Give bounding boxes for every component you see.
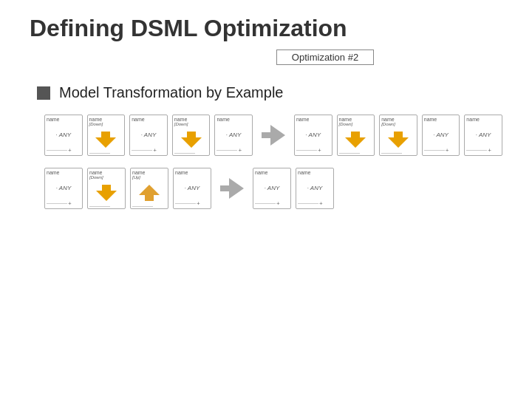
top-rhs-card-3: name [Down] bbox=[379, 115, 417, 156]
bot-lhs-card-3: name [Up] bbox=[130, 168, 168, 209]
card-center bbox=[174, 126, 208, 153]
any-label: · ANY bbox=[307, 185, 323, 191]
top-rhs-card-4: name · ANY + bbox=[422, 115, 460, 156]
page-title: Defining DSML Optimization bbox=[30, 15, 502, 42]
card-bottom bbox=[132, 206, 166, 208]
card-bottom: + bbox=[296, 147, 330, 154]
card-line bbox=[47, 150, 67, 151]
card-line bbox=[381, 153, 402, 154]
any-label: · ANY bbox=[55, 132, 71, 138]
plus-icon: + bbox=[238, 147, 242, 154]
card-bottom: + bbox=[47, 200, 81, 207]
card-name: name bbox=[89, 170, 123, 175]
bot-lhs-card-1: name · ANY + bbox=[44, 168, 83, 209]
card-name: name bbox=[381, 117, 415, 122]
card-line bbox=[89, 153, 110, 154]
any-label: · ANY bbox=[305, 132, 321, 138]
plus-icon: + bbox=[319, 200, 323, 207]
card-name: name bbox=[175, 170, 209, 175]
top-rhs-card-2: name [Down] bbox=[337, 115, 375, 156]
card-center: · ANY bbox=[296, 122, 330, 147]
card-center: · ANY bbox=[255, 175, 289, 200]
any-label: · ANY bbox=[56, 185, 72, 191]
card-center: · ANY bbox=[424, 122, 458, 147]
arrow-shaft bbox=[351, 132, 360, 137]
card-center: · ANY bbox=[47, 122, 81, 147]
card-bottom bbox=[89, 206, 123, 208]
card-bottom bbox=[381, 153, 415, 154]
arrow-head bbox=[139, 185, 160, 195]
card-name: name bbox=[296, 117, 330, 122]
any-label: · ANY bbox=[433, 132, 449, 138]
card-bottom: + bbox=[175, 200, 209, 207]
down-arrow-icon bbox=[181, 132, 202, 148]
card-line bbox=[47, 203, 67, 205]
card-bottom bbox=[89, 153, 123, 154]
up-arrow-icon bbox=[139, 185, 160, 201]
plus-icon: + bbox=[197, 200, 200, 207]
card-bottom: + bbox=[47, 147, 81, 154]
card-bottom: + bbox=[298, 200, 332, 207]
card-bottom bbox=[174, 153, 208, 154]
optimization-label: Optimization #2 bbox=[276, 50, 374, 65]
arrow-shaft bbox=[145, 195, 154, 201]
card-center: · ANY bbox=[466, 122, 500, 147]
page: Defining DSML Optimization Optimization … bbox=[0, 0, 532, 399]
card-center bbox=[381, 126, 415, 153]
card-bottom: + bbox=[255, 200, 289, 207]
card-line bbox=[298, 203, 318, 205]
card-center: · ANY bbox=[175, 175, 209, 200]
plus-icon: + bbox=[318, 147, 321, 154]
card-name: name bbox=[466, 117, 500, 122]
card-center: · ANY bbox=[216, 122, 250, 147]
plus-icon: + bbox=[68, 147, 72, 154]
arrow-head bbox=[270, 125, 285, 146]
card-name: name bbox=[174, 117, 208, 122]
card-line bbox=[424, 150, 445, 151]
arrow-body bbox=[262, 132, 270, 138]
card-name: name bbox=[132, 170, 166, 175]
down-arrow-icon bbox=[95, 132, 116, 148]
card-line bbox=[132, 206, 153, 208]
card-bottom: + bbox=[424, 147, 458, 154]
top-lhs-card-3: name · ANY + bbox=[129, 115, 168, 156]
card-center bbox=[89, 126, 123, 153]
top-lhs-card-1: name · ANY + bbox=[44, 115, 83, 156]
card-name: name bbox=[216, 117, 250, 122]
plus-icon: + bbox=[446, 147, 449, 154]
card-line bbox=[255, 203, 276, 205]
arrow-head bbox=[95, 137, 116, 148]
card-line bbox=[216, 150, 237, 151]
arrow-head bbox=[96, 191, 117, 201]
down-arrow-icon bbox=[388, 132, 409, 148]
any-label: · ANY bbox=[265, 185, 280, 191]
top-lhs-card-2: name [Down] bbox=[87, 115, 126, 156]
card-line bbox=[339, 153, 360, 154]
card-line bbox=[175, 203, 196, 205]
bot-lhs-card-4: name · ANY + bbox=[173, 168, 211, 209]
plus-icon: + bbox=[68, 200, 72, 207]
plus-icon: + bbox=[153, 147, 157, 154]
arrow-shaft bbox=[187, 132, 196, 137]
card-name: name bbox=[298, 170, 332, 175]
any-label: · ANY bbox=[476, 132, 491, 138]
card-line bbox=[89, 206, 110, 208]
card-name: name bbox=[132, 117, 166, 122]
bot-rhs-card-1: name · ANY + bbox=[253, 168, 291, 209]
card-center: · ANY bbox=[47, 175, 81, 200]
card-center: · ANY bbox=[298, 175, 332, 200]
arrow-shaft bbox=[102, 185, 111, 191]
card-name: name bbox=[47, 117, 81, 122]
card-name: name bbox=[339, 117, 373, 122]
any-label: · ANY bbox=[141, 132, 157, 138]
card-line bbox=[132, 150, 152, 151]
arrow-shaft bbox=[394, 132, 403, 137]
card-center bbox=[89, 180, 123, 206]
bottom-diagram-row: name · ANY + name [Down] bbox=[44, 168, 502, 209]
card-line bbox=[466, 150, 487, 151]
transform-arrow-bottom bbox=[220, 178, 244, 199]
bot-lhs-card-2: name [Down] bbox=[87, 168, 126, 209]
card-bottom: + bbox=[132, 147, 166, 154]
arrow-head bbox=[388, 137, 409, 148]
arrow-body bbox=[220, 185, 229, 191]
